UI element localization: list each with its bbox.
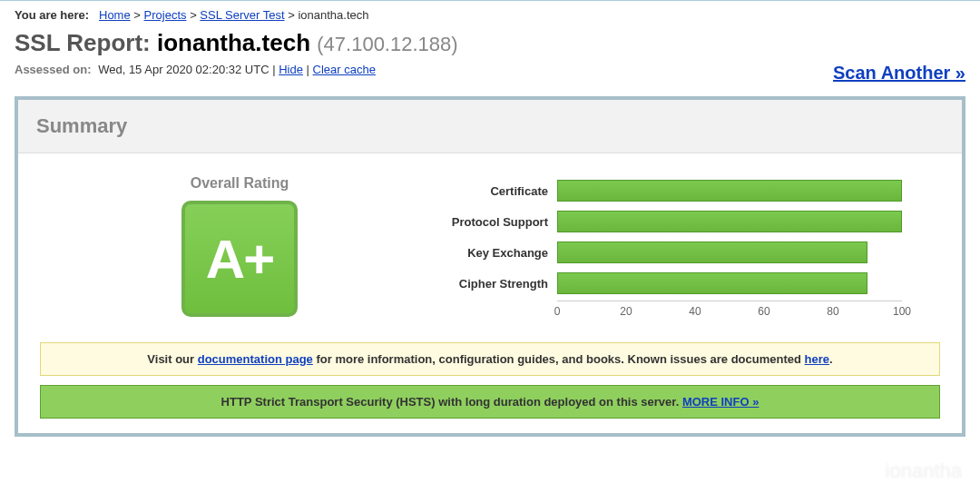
- chart-bar-track: [557, 272, 902, 294]
- breadcrumb-ssl-server-test[interactable]: SSL Server Test: [200, 8, 284, 22]
- overall-rating-grade: A+: [206, 228, 273, 291]
- breadcrumb-sep: >: [288, 8, 298, 22]
- chart-bar-track: [557, 211, 902, 232]
- breadcrumb-home[interactable]: Home: [99, 8, 131, 22]
- assessed-timestamp: Wed, 15 Apr 2020 02:20:32 UTC: [98, 63, 269, 76]
- chart-row: Certificate: [439, 177, 940, 204]
- title-domain: ionantha.tech: [157, 29, 310, 56]
- chart-bar-track: [557, 242, 902, 263]
- hsts-notice: HTTP Strict Transport Security (HSTS) wi…: [40, 385, 940, 419]
- chart-tick: 60: [758, 305, 769, 318]
- chart-tick: 40: [689, 305, 701, 318]
- chart-label: Cipher Strength: [439, 277, 557, 291]
- breadcrumb-projects[interactable]: Projects: [144, 8, 187, 22]
- chart-bar-track: [557, 180, 902, 202]
- breadcrumb-label: You are here:: [15, 8, 89, 22]
- chart-row: Key Exchange: [439, 239, 940, 266]
- hide-link[interactable]: Hide: [279, 63, 303, 76]
- chart-tick: 20: [620, 305, 632, 318]
- hsts-more-info-link[interactable]: MORE INFO »: [682, 395, 760, 409]
- docs-notice-pre: Visit our: [147, 352, 197, 366]
- chart-axis: 020406080100: [557, 301, 902, 320]
- docs-notice: Visit our documentation page for more in…: [40, 342, 940, 376]
- chart-row: Protocol Support: [439, 208, 940, 235]
- chart-tick: 0: [554, 305, 561, 318]
- docs-notice-mid: for more information, configuration guid…: [313, 352, 805, 366]
- chart-label: Certificate: [439, 184, 557, 198]
- documentation-page-link[interactable]: documentation page: [198, 352, 313, 366]
- breadcrumb-current: ionantha.tech: [298, 8, 368, 22]
- summary-panel: Summary Overall Rating A+ CertificatePro…: [15, 96, 965, 437]
- breadcrumb-sep: >: [190, 8, 200, 22]
- rating-chart: CertificateProtocol SupportKey ExchangeC…: [439, 170, 940, 320]
- known-issues-link[interactable]: here: [805, 352, 829, 366]
- assessed-label: Assessed on:: [15, 63, 92, 76]
- summary-header: Summary: [18, 100, 962, 153]
- chart-bar: [557, 180, 902, 202]
- assessed-line: Assessed on: Wed, 15 Apr 2020 02:20:32 U…: [15, 63, 376, 76]
- chart-bar: [557, 211, 902, 232]
- breadcrumb-sep: >: [133, 8, 143, 22]
- chart-label: Protocol Support: [439, 215, 557, 229]
- docs-notice-post: .: [829, 352, 833, 366]
- breadcrumb: You are here: Home > Projects > SSL Serv…: [15, 8, 965, 22]
- clear-cache-link[interactable]: Clear cache: [313, 63, 376, 76]
- page-title: SSL Report: ionantha.tech (47.100.12.188…: [15, 29, 965, 57]
- overall-rating-badge: A+: [181, 201, 298, 317]
- chart-row: Cipher Strength: [439, 270, 940, 297]
- scan-another-link[interactable]: Scan Another »: [833, 63, 965, 84]
- chart-bar: [557, 272, 867, 294]
- chart-bar: [557, 242, 867, 263]
- title-prefix: SSL Report:: [15, 29, 151, 56]
- chart-label: Key Exchange: [439, 246, 557, 260]
- chart-tick: 80: [827, 305, 838, 318]
- chart-tick: 100: [893, 305, 911, 318]
- summary-title: Summary: [36, 114, 944, 138]
- hsts-notice-text: HTTP Strict Transport Security (HSTS) wi…: [221, 395, 682, 409]
- title-ip: (47.100.12.188): [317, 33, 457, 55]
- overall-rating-label: Overall Rating: [40, 175, 439, 192]
